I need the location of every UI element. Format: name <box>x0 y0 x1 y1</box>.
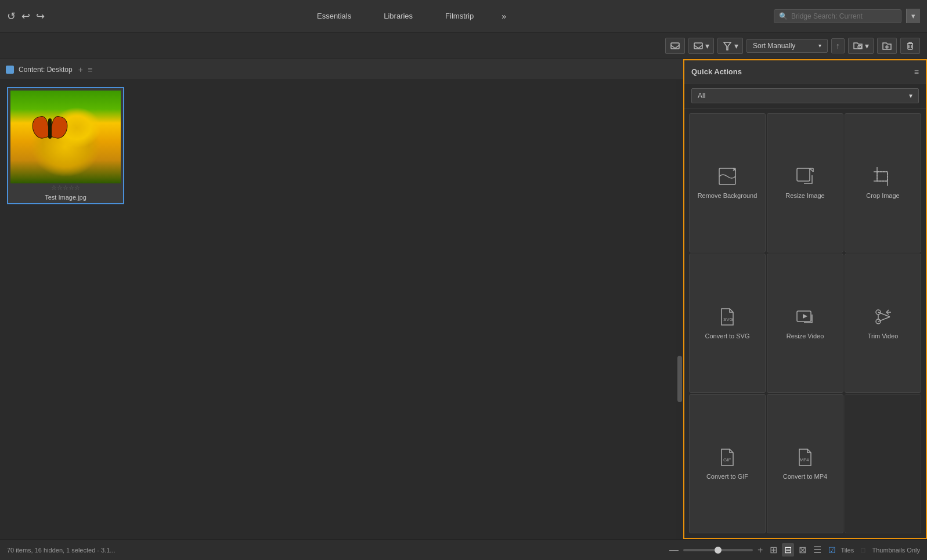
convert-mp4-label: Convert to MP4 <box>783 472 827 480</box>
trash-icon <box>905 41 915 51</box>
nav-more-icon[interactable]: » <box>502 12 506 21</box>
quality-dropdown-icon <box>693 41 704 51</box>
zoom-slider[interactable] <box>683 549 753 551</box>
qa-resize-image[interactable]: Resize Image <box>767 113 843 252</box>
content-area: Content: Desktop + ≡ ☆☆☆☆☆ Test Image <box>0 59 927 539</box>
qa-empty-slot <box>845 394 921 533</box>
svg-rect-6 <box>908 44 912 49</box>
view-filmstrip-button[interactable]: ⊠ <box>796 543 809 557</box>
qa-header: Quick Actions ≡ <box>684 60 926 84</box>
view-list-button[interactable]: ☰ <box>811 543 824 557</box>
nav-essentials[interactable]: Essentials <box>312 9 356 23</box>
main-panel: Content: Desktop + ≡ ☆☆☆☆☆ Test Image <box>0 59 683 539</box>
view-small-grid-button[interactable]: ⊞ <box>767 543 780 557</box>
crop-image-label: Crop Image <box>866 192 899 200</box>
redo-icon[interactable]: ↪ <box>36 10 45 23</box>
zoom-in-button[interactable]: + <box>758 545 763 555</box>
thumbnails-only-label: Thumbnails Only <box>872 547 920 554</box>
app-controls: ↺ ↩ ↪ <box>7 10 45 23</box>
divider: □ <box>861 546 865 554</box>
svg-marker-23 <box>803 314 807 319</box>
undo-icon[interactable]: ↩ <box>21 10 30 23</box>
nav-items: Essentials Libraries Filmstrip » <box>45 9 774 23</box>
quality-btn[interactable] <box>665 38 685 54</box>
butterfly-wing-right <box>49 115 70 140</box>
svg-text:MP4: MP4 <box>800 457 809 463</box>
trim-video-label: Trim Video <box>868 332 899 340</box>
image-background <box>10 91 121 183</box>
qa-convert-svg[interactable]: SVG Convert to SVG <box>689 254 766 393</box>
qa-resize-video[interactable]: Resize Video <box>767 254 843 393</box>
qa-filter-arrow: ▾ <box>909 92 912 100</box>
svg-rect-20 <box>877 172 888 181</box>
panel-content: ☆☆☆☆☆ Test Image.jpg <box>0 80 683 539</box>
panel-header-title: Content: Desktop <box>19 66 73 74</box>
search-area: 🔍 ▾ <box>774 9 920 23</box>
folder-clock-icon <box>853 41 863 51</box>
resize-image-label: Resize Image <box>785 192 824 200</box>
convert-svg-label: Convert to SVG <box>705 332 749 340</box>
view-grid-button[interactable]: ⊟ <box>782 543 794 557</box>
qa-grid: Remove Background Resize Image <box>684 109 926 538</box>
view-buttons: ⊞ ⊟ ⊠ ☰ <box>767 543 824 557</box>
qa-title: Quick Actions <box>691 67 910 76</box>
remove-background-label: Remove Background <box>698 192 758 200</box>
status-text: 70 items, 16 hidden, 1 selected - 3.1... <box>7 547 665 554</box>
qa-remove-background[interactable]: Remove Background <box>689 113 766 252</box>
panel-menu-button[interactable]: ≡ <box>88 65 92 74</box>
svg-text:GIF: GIF <box>723 457 731 463</box>
crop-image-icon <box>872 166 893 187</box>
svg-line-28 <box>878 317 890 321</box>
recent-folders-btn[interactable]: ▾ <box>848 38 874 54</box>
trim-video-icon <box>872 306 893 327</box>
filter-btn[interactable]: ▾ <box>717 38 743 54</box>
resize-video-icon <box>795 306 816 327</box>
scrollbar[interactable] <box>676 80 683 539</box>
zoom-out-button[interactable]: — <box>669 545 679 555</box>
qa-filter: All ▾ <box>684 84 926 109</box>
butterfly <box>33 114 67 146</box>
convert-gif-icon: GIF <box>717 447 738 468</box>
butterfly-body-center <box>48 118 52 139</box>
qa-crop-image[interactable]: Crop Image <box>845 113 921 252</box>
zoom-slider-thumb[interactable] <box>715 547 722 554</box>
top-bar: ↺ ↩ ↪ Essentials Libraries Filmstrip » 🔍… <box>0 0 927 32</box>
sort-ascending-btn[interactable]: ↑ <box>831 38 845 53</box>
search-input[interactable] <box>791 12 896 20</box>
search-dropdown-button[interactable]: ▾ <box>906 9 920 23</box>
refresh-icon[interactable]: ↺ <box>7 10 16 23</box>
convert-svg-icon: SVG <box>717 306 738 327</box>
thumbnail-image <box>10 91 121 183</box>
svg-text:SVG: SVG <box>723 317 733 322</box>
sort-dropdown[interactable]: Sort Manually ▾ <box>746 39 828 53</box>
nav-filmstrip[interactable]: Filmstrip <box>441 9 478 23</box>
thumbnail-filename: Test Image.jpg <box>45 194 86 201</box>
add-content-button[interactable]: + <box>78 65 83 74</box>
qa-trim-video[interactable]: Trim Video <box>845 254 921 393</box>
new-folder-btn[interactable] <box>877 38 897 54</box>
thumbnail-item[interactable]: ☆☆☆☆☆ Test Image.jpg <box>7 87 124 204</box>
tiles-label: Tiles <box>841 547 854 554</box>
quality-icon <box>670 41 680 51</box>
toolbar-row: ▾ ▾ Sort Manually ▾ ↑ ▾ <box>0 32 927 59</box>
filter-icon <box>722 41 733 51</box>
thumbnail-rating[interactable]: ☆☆☆☆☆ <box>51 184 80 192</box>
qa-filter-dropdown[interactable]: All ▾ <box>691 88 919 103</box>
search-box[interactable]: 🔍 <box>774 9 901 23</box>
scroll-thumb[interactable] <box>677 356 682 402</box>
qa-convert-mp4[interactable]: MP4 Convert to MP4 <box>767 394 843 533</box>
nav-libraries[interactable]: Libraries <box>379 9 417 23</box>
search-icon: 🔍 <box>779 12 788 20</box>
remove-background-icon <box>717 166 738 187</box>
convert-gif-label: Convert to GIF <box>706 472 748 480</box>
resize-video-label: Resize Video <box>787 332 824 340</box>
tiles-checkbox[interactable]: ☑ <box>828 545 836 555</box>
delete-btn[interactable] <box>900 38 920 54</box>
qa-menu-button[interactable]: ≡ <box>914 67 919 77</box>
qa-convert-gif[interactable]: GIF Convert to GIF <box>689 394 766 533</box>
svg-rect-12 <box>797 168 810 181</box>
convert-mp4-icon: MP4 <box>795 447 816 468</box>
bottom-bar: 70 items, 16 hidden, 1 selected - 3.1...… <box>0 539 927 560</box>
quality-dropdown-btn[interactable]: ▾ <box>688 38 714 54</box>
new-folder-icon <box>882 41 892 51</box>
